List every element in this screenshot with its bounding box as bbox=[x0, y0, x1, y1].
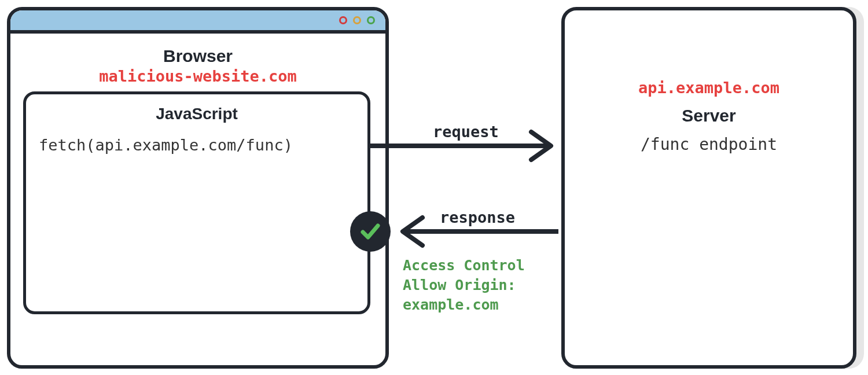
arrows-layer bbox=[0, 0, 868, 375]
check-icon bbox=[358, 219, 382, 244]
response-header-line-1: Access Control bbox=[403, 256, 525, 275]
request-label: request bbox=[433, 123, 499, 141]
cors-diagram: Browser malicious-website.com JavaScript… bbox=[0, 0, 868, 375]
cors-allowed-badge bbox=[350, 211, 391, 252]
response-header-text: Access Control Allow Origin: example.com bbox=[403, 256, 525, 314]
response-header-line-3: example.com bbox=[403, 295, 525, 315]
response-label: response bbox=[440, 208, 515, 226]
response-header-line-2: Allow Origin: bbox=[403, 275, 525, 295]
